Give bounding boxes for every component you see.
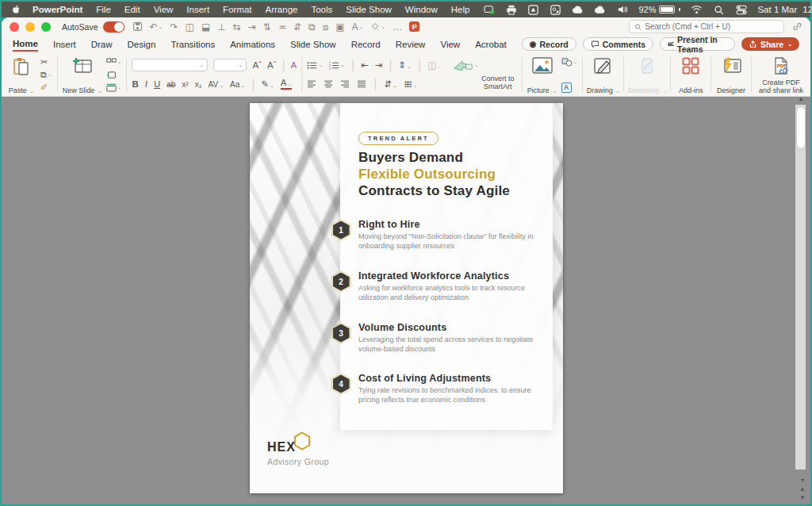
present-in-teams-button[interactable]: T Present in Teams: [660, 37, 735, 51]
menu-item-file[interactable]: File: [96, 5, 111, 14]
menu-item-slide-show[interactable]: Slide Show: [346, 5, 392, 14]
trend-alert-badge[interactable]: TREND ALERT: [358, 132, 439, 145]
qat-more-button[interactable]: …: [393, 21, 402, 33]
share-button[interactable]: Share ⌄: [741, 37, 799, 51]
tab-acrobat[interactable]: Acrobat: [475, 38, 507, 51]
scroll-up-icon[interactable]: ▲: [798, 95, 804, 102]
menu-item-view[interactable]: View: [154, 5, 174, 14]
character-spacing-button[interactable]: AV⌄: [209, 80, 224, 89]
slide-content-panel[interactable]: TREND ALERT Buyers Demand Flexible Outso…: [340, 103, 553, 430]
align-left-button[interactable]: [307, 80, 316, 88]
menu-date[interactable]: Sat 1 Mar: [757, 5, 797, 14]
strikethrough-button[interactable]: ab: [167, 80, 175, 89]
text-box-button[interactable]: A: [561, 82, 578, 93]
volume-icon[interactable]: [616, 4, 628, 15]
layout-button[interactable]: ⌄: [106, 56, 122, 67]
zoom-window-button[interactable]: [41, 22, 51, 32]
undo-button[interactable]: ↶⌄: [150, 21, 163, 33]
slide-workspace[interactable]: TREND ALERT Buyers Demand Flexible Outso…: [2, 97, 810, 504]
line-spacing-button[interactable]: ⇕⌄: [398, 59, 412, 71]
wifi-icon[interactable]: [691, 4, 703, 15]
slide-title[interactable]: Buyers Demand Flexible Outsourcing Contr…: [358, 149, 510, 199]
input-source-icon[interactable]: [483, 4, 495, 15]
menu-time[interactable]: 12:23 PM: [802, 5, 812, 14]
create-pdf-button[interactable]: PDF Create PDFand share link: [756, 55, 806, 94]
cut-button[interactable]: ✂: [40, 56, 52, 67]
font-color-button[interactable]: A⌄: [281, 79, 293, 90]
list-item[interactable]: 4 Cost of Living Adjustments Tying rate …: [340, 373, 553, 404]
menu-item-window[interactable]: Window: [405, 5, 438, 14]
drawing-button[interactable]: Drawing ⌄: [588, 55, 619, 94]
comments-button[interactable]: Comments: [583, 37, 653, 51]
apple-menu-icon[interactable]: [11, 4, 21, 15]
convert-smartart-label[interactable]: Convert toSmartArt: [479, 75, 517, 94]
decrease-indent-button[interactable]: ⇤: [361, 59, 369, 71]
list-item[interactable]: 2 Integrated Workforce Analytics Asking …: [340, 270, 553, 302]
addins-button[interactable]: Add-ins: [676, 55, 706, 94]
tab-insert[interactable]: Insert: [53, 38, 76, 51]
bold-button[interactable]: B: [132, 79, 138, 89]
battery-indicator[interactable]: 92%: [638, 5, 680, 14]
spotlight-search-icon[interactable]: [713, 4, 725, 15]
align-center-button[interactable]: [324, 80, 333, 88]
search-input[interactable]: [645, 22, 779, 31]
change-case-button[interactable]: Aa⌄: [230, 80, 245, 89]
qat-reorder-icon[interactable]: ⇵: [293, 21, 301, 33]
underline-button[interactable]: U: [154, 79, 160, 89]
menu-item-tools[interactable]: Tools: [311, 5, 332, 14]
previous-slide-button[interactable]: ▲: [799, 486, 806, 493]
columns-button[interactable]: ◫⌄: [427, 59, 442, 71]
share-link-icon[interactable]: [792, 21, 802, 32]
clear-formatting-button[interactable]: A: [291, 60, 297, 70]
search-box[interactable]: [629, 20, 784, 33]
autosave-toggle[interactable]: [103, 21, 124, 33]
align-text-button[interactable]: ⊞⌄: [404, 79, 418, 90]
tab-slide-show[interactable]: Slide Show: [290, 38, 336, 51]
qat-align-bottom-icon[interactable]: ⊥: [217, 21, 225, 33]
convert-to-smartart-button[interactable]: ⌄: [453, 59, 479, 71]
qat-group-icon[interactable]: ▣: [335, 21, 344, 33]
capture-icon[interactable]: [550, 4, 561, 15]
paste-button[interactable]: Paste ⌄: [6, 55, 36, 94]
highlight-color-button[interactable]: ✎⌄: [261, 79, 274, 90]
increase-indent-button[interactable]: ⇥: [375, 59, 383, 71]
tab-record[interactable]: Record: [351, 38, 381, 51]
qat-swap-icon[interactable]: ⇆: [233, 21, 241, 33]
qat-align-middle-icon[interactable]: ≍: [278, 21, 286, 33]
cloud-sync-icon[interactable]: [572, 4, 584, 15]
qat-fill-color-button[interactable]: ⌄: [370, 22, 385, 32]
reset-slide-button[interactable]: [106, 71, 122, 79]
section-button[interactable]: ⌄: [106, 82, 122, 93]
font-name-select[interactable]: ⌄: [132, 59, 208, 71]
menu-item-help[interactable]: Help: [451, 5, 470, 14]
list-item[interactable]: 1 Right to Hire Moving beyond "Non-Solic…: [340, 219, 553, 251]
scroll-split-icon[interactable]: ▾: [801, 477, 804, 484]
onedrive-icon[interactable]: [594, 4, 606, 15]
copy-button[interactable]: ⧉⌄: [40, 69, 52, 80]
qat-send-backward-icon[interactable]: ⧈: [323, 21, 329, 33]
slide-canvas[interactable]: TREND ALERT Buyers Demand Flexible Outso…: [250, 103, 563, 493]
tab-draw[interactable]: Draw: [91, 38, 113, 51]
menu-item-arrange[interactable]: Arrange: [266, 5, 298, 14]
superscript-button[interactable]: x²: [182, 80, 188, 89]
menu-item-format[interactable]: Format: [223, 5, 251, 14]
next-slide-button[interactable]: ▼: [799, 495, 806, 501]
sensitivity-button[interactable]: Sensitivity ⌄: [629, 55, 665, 94]
redo-button[interactable]: ↷: [170, 21, 178, 33]
grow-font-button[interactable]: Aˆ: [252, 60, 262, 70]
text-direction-button[interactable]: ⇵⌄: [384, 79, 397, 90]
numbering-button[interactable]: 123 ⌄: [329, 59, 345, 71]
control-center-icon[interactable]: [735, 4, 747, 15]
format-painter-button[interactable]: ✐: [40, 82, 52, 93]
record-button[interactable]: ◉ Record: [522, 37, 576, 51]
picture-button[interactable]: Picture ⌄: [527, 55, 557, 94]
scrollbar-thumb[interactable]: [797, 107, 805, 148]
tab-view[interactable]: View: [440, 38, 460, 51]
menu-app-icon[interactable]: [527, 4, 539, 15]
printer-icon[interactable]: [505, 4, 517, 15]
tab-home[interactable]: Home: [13, 37, 38, 52]
menu-item-powerpoint[interactable]: PowerPoint: [33, 5, 82, 14]
qat-font-button[interactable]: A⌄: [352, 21, 364, 33]
hex-advisory-logo[interactable]: HEX Advisory Group: [267, 431, 362, 466]
subscript-button[interactable]: x₂: [195, 80, 202, 89]
